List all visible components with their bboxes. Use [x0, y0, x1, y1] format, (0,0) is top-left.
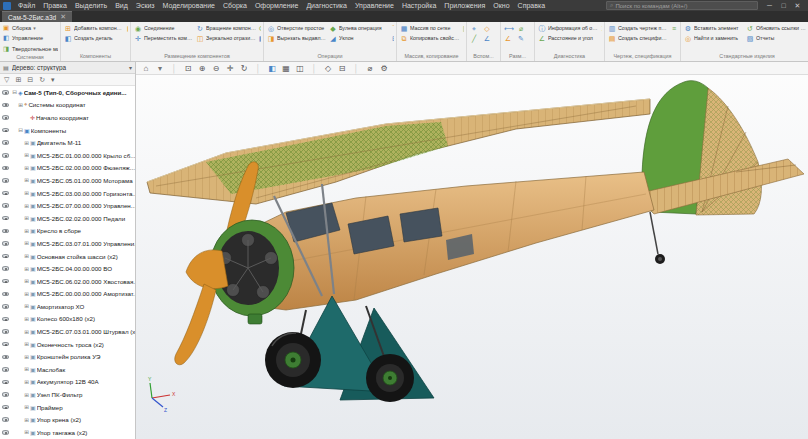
tree-row[interactable]: ⊞ ▣ МС5-2БС.03.00.00.000 Горизонта... [0, 187, 135, 200]
ribbon-button[interactable]: ∠ Расстояние и угол [537, 33, 599, 43]
viewport-tool-icon[interactable]: ⊡ [183, 62, 193, 75]
ribbon-button[interactable]: ⌖ [469, 23, 482, 33]
close-button[interactable]: ✕ [791, 2, 804, 10]
visibility-eye-icon[interactable] [2, 90, 9, 95]
visibility-eye-icon[interactable] [2, 229, 9, 234]
ribbon-button[interactable]: ⓘ Информация об объекте [537, 23, 599, 33]
ribbon-button[interactable]: ↻ Вращение компонента [195, 23, 257, 33]
ribbon-button[interactable]: ⟳ Перестроить [257, 23, 261, 33]
expand-toggle-icon[interactable]: ⊞ [23, 190, 30, 196]
menu-item[interactable]: Выделить [71, 0, 111, 11]
expand-toggle-icon[interactable]: ⊞ [17, 102, 24, 108]
aircraft-3d-model[interactable]: X Y Z [136, 62, 808, 439]
expand-toggle-icon[interactable]: ⊞ [23, 316, 30, 322]
expand-toggle-icon[interactable]: ⊞ [23, 215, 30, 221]
menu-item[interactable]: Сборка [219, 0, 251, 11]
viewport-tool-icon[interactable]: ⌂ [141, 62, 151, 75]
tree-row[interactable]: ⊞ ▣ Колесо 600x180 (x2) [0, 313, 135, 326]
viewport-tool-icon[interactable]: ⊟ [337, 62, 347, 75]
viewport-tool-icon[interactable]: ⚙ [379, 62, 389, 75]
menu-item[interactable]: Оформление [251, 0, 302, 11]
visibility-eye-icon[interactable] [2, 292, 9, 297]
viewport-tool-icon[interactable]: │ [169, 62, 179, 75]
ribbon-button[interactable]: ▤ Создать спецификацию [607, 33, 669, 43]
expand-toggle-icon[interactable]: ⊞ [23, 379, 30, 385]
tree-row[interactable]: ⊟ ▣ Компоненты [0, 124, 135, 137]
visibility-eye-icon[interactable] [2, 128, 9, 133]
viewport-tool-icon[interactable]: ◫ [295, 62, 305, 75]
tree-row[interactable]: ⊞ ▣ Упор тангажа (x2) [0, 426, 135, 439]
tree-row[interactable]: ⊟ ◈ Сам-5 (Тип-0, Сборочных едини... [0, 86, 135, 99]
expand-toggle-icon[interactable]: ⊟ [17, 127, 24, 133]
ribbon-button[interactable]: ⊟ Сечение [390, 33, 394, 43]
tree-row[interactable]: ⊞ ▣ Праймер [0, 401, 135, 414]
ribbon-button[interactable]: ⌒ Скругление [390, 23, 394, 33]
visibility-eye-icon[interactable] [2, 392, 9, 397]
ribbon-button[interactable]: ◇ [482, 23, 495, 33]
ribbon-mode-tab[interactable]: ◨ Твердотельное модел... [2, 44, 58, 54]
ribbon-button[interactable]: ╱ [469, 33, 482, 43]
tree-tool-icon[interactable]: ▽ [4, 76, 9, 84]
expand-toggle-icon[interactable]: ⊞ [23, 266, 30, 272]
visibility-eye-icon[interactable] [2, 241, 9, 246]
expand-toggle-icon[interactable]: ⊞ [23, 366, 30, 372]
chevron-down-icon[interactable]: ▾ [129, 64, 132, 71]
ribbon-button[interactable]: ↺ Обновить ссылки на мод... [745, 23, 807, 33]
ribbon-button[interactable]: ∠ [482, 33, 495, 43]
tree-row[interactable]: ⊞ ▣ МС5-2БС.00.00.00.000 Амортизат... [0, 288, 135, 301]
expand-toggle-icon[interactable]: ⊞ [23, 140, 30, 146]
tree-row[interactable]: ⊞ ▣ Кронштейн ролика УЭ [0, 350, 135, 363]
tree-row[interactable]: ⊞ ⌖ Системы координат [0, 99, 135, 112]
tree-row[interactable]: ⊞ ▣ МС5-2БС.01.00.00.000 Крыло сб... [0, 149, 135, 162]
viewport-tool-icon[interactable]: ▾ [155, 62, 165, 75]
minimize-button[interactable]: ─ [763, 2, 776, 10]
ribbon-button[interactable]: ⊞ Добавить компонент из... [63, 23, 125, 33]
tree-row[interactable]: ⊞ ▣ Амортизатор ХО [0, 300, 135, 313]
tree-row[interactable]: ⊞ ▣ МС5-2БС.05.01.00.000 Моторама [0, 174, 135, 187]
tree-row[interactable]: ⊞ ▣ МС5-2БС.02.00.00.000 Фюзеляж... [0, 162, 135, 175]
menu-item[interactable]: Диагностика [302, 0, 351, 11]
viewport-tool-icon[interactable]: ↻ [239, 62, 249, 75]
tree-row[interactable]: ⊞ ▣ МС5-2БС.02.02.00.000 Педали [0, 212, 135, 225]
command-search-input[interactable]: ⌕ Поиск по командам (Alt+/) [606, 1, 758, 10]
expand-toggle-icon[interactable]: ⊞ [23, 404, 30, 410]
viewport-tool-icon[interactable]: ◧ [267, 62, 277, 75]
visibility-eye-icon[interactable] [2, 329, 9, 334]
ribbon-button[interactable]: ≡ Управление сворачиванием [669, 23, 678, 33]
tree-tool-icon[interactable]: ▾ [51, 76, 55, 84]
menu-item[interactable]: Приложения [440, 0, 489, 11]
viewport-tool-icon[interactable]: ⊖ [211, 62, 221, 75]
expand-toggle-icon[interactable]: ⊞ [23, 354, 30, 360]
viewport-tool-icon[interactable]: ✛ [225, 62, 235, 75]
ribbon-button[interactable]: ◫ Зеркально отразить... [195, 33, 257, 43]
ribbon-button[interactable]: ◨ Вырезать выдавливанием [266, 33, 328, 43]
ribbon-button[interactable]: ▥ Создать чертеж по сборке [607, 23, 669, 33]
expand-toggle-icon[interactable]: ⊞ [23, 278, 30, 284]
ribbon-button[interactable]: ⟷ [503, 23, 516, 33]
expand-toggle-icon[interactable]: ⊞ [23, 291, 30, 297]
visibility-eye-icon[interactable] [2, 304, 9, 309]
visibility-eye-icon[interactable] [2, 216, 9, 221]
viewport-tool-icon[interactable]: ◇ [323, 62, 333, 75]
tree-tool-icon[interactable]: ⊟ [27, 76, 33, 84]
ribbon-button[interactable]: ◆ Булева операция [328, 23, 390, 33]
expand-toggle-icon[interactable]: ⊞ [23, 240, 30, 246]
menu-item[interactable]: Файл [14, 0, 39, 11]
maximize-button[interactable]: □ [777, 2, 790, 10]
tree-row[interactable]: ⊞ ▣ Аккумулятор 12В 40А [0, 376, 135, 389]
expand-toggle-icon[interactable]: ⊞ [23, 253, 30, 259]
tree-tool-icon[interactable]: ↻ [39, 76, 45, 84]
menu-item[interactable]: Настройка [398, 0, 440, 11]
tree-row[interactable]: ⊞ ▣ МС5-2БС.06.02.00.000 Хвостовая... [0, 275, 135, 288]
ribbon-button[interactable]: ◎ Найти и заменить [683, 33, 745, 43]
viewport-tool-icon[interactable]: │ [351, 62, 361, 75]
visibility-eye-icon[interactable] [2, 153, 9, 158]
expand-toggle-icon[interactable]: ⊞ [23, 165, 30, 171]
ribbon-button[interactable]: ◫ Зеркальный массив [461, 23, 464, 33]
visibility-eye-icon[interactable] [2, 266, 9, 271]
ribbon-mode-tab[interactable]: ▣ Сборка ▾ [2, 23, 58, 33]
viewport-tool-icon[interactable]: │ [253, 62, 263, 75]
tree-row[interactable]: ⊞ ▣ МС5-2БС.07.03.01.000 Штурвал (x2) [0, 325, 135, 338]
expand-toggle-icon[interactable]: ⊞ [23, 203, 30, 209]
ribbon-button[interactable]: ⌀ [516, 23, 529, 33]
